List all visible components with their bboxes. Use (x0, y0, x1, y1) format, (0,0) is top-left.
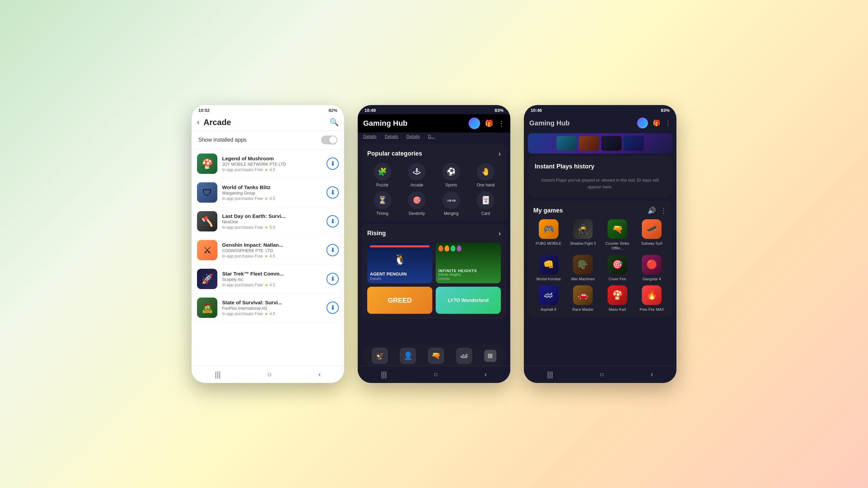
nav2-back-icon[interactable]: ‹ (485, 370, 487, 379)
arcade-header: ‹ Arcade 🔍 (192, 114, 344, 131)
category-card[interactable]: 🃏 Card (471, 191, 501, 216)
sports-label: Sports (445, 183, 457, 187)
nav3-menu-icon[interactable]: ||| (547, 370, 553, 379)
show-installed-toggle[interactable] (321, 136, 337, 144)
game-counter-strike[interactable]: 🔫 Counter Strike Offlin... (602, 219, 633, 251)
category-dexterity[interactable]: 🎯 Dexterity (402, 191, 432, 216)
penguin-emoji: 🐧 (370, 253, 430, 265)
nav-home-icon[interactable]: ○ (267, 370, 272, 379)
details-link-4[interactable]: D... (428, 134, 435, 139)
nav2-home-icon[interactable]: ○ (433, 370, 438, 379)
game-asphalt[interactable]: 🏎 Asphalt 8 (533, 285, 564, 312)
game-subway-surf[interactable]: 🛹 Subway Surf (637, 219, 667, 251)
dock-item-3[interactable]: 🔫 (428, 348, 444, 364)
dock-item-2[interactable]: 👤 (400, 348, 416, 364)
download-btn-genshin[interactable]: ⬇ (327, 244, 339, 256)
screen3-avatar[interactable]: 🌐 (637, 118, 648, 128)
game-pubg-mobile[interactable]: 🎮 PUBG MOBILE (533, 219, 564, 251)
app-item-lastday[interactable]: 🪓 Last Day on Earth: Survi... NiceOne In… (192, 207, 344, 236)
details-link-1[interactable]: Details (363, 134, 377, 139)
dock-item-4[interactable]: 🏎 (456, 348, 472, 364)
game-icon-gangstar: 🔴 (642, 255, 662, 274)
nav2-menu-icon[interactable]: ||| (381, 370, 387, 379)
puzzle-label: Puzzle (376, 183, 389, 187)
details-link-3[interactable]: Details (407, 134, 420, 139)
category-timing[interactable]: ⏳ Timing (367, 191, 398, 216)
game-gangstar[interactable]: 🔴 Gangstar 4 (637, 255, 667, 281)
app-dev-survival: FunPlus International AG (222, 306, 327, 311)
app-icon-survival: 🧟 (197, 298, 217, 318)
nav-menu-icon[interactable]: ||| (215, 370, 221, 379)
app-meta-tanks: In-app purchases Free ★ 4.5 (222, 196, 327, 201)
my-games-section: My games 🔊 ⋮ 🎮 PUBG MOBILE 🥷 Shadow Figh… (528, 201, 672, 317)
app-item-startrek[interactable]: 🚀 Star Trek™ Fleet Comm... Scopely Inc I… (192, 265, 344, 293)
screen3-gift-icon[interactable]: 🎁 (653, 119, 660, 127)
game-war-machines[interactable]: 🪖 War Machines (568, 255, 598, 281)
game-race-master[interactable]: 🚗 Race Master (568, 285, 598, 312)
app-item-genshin[interactable]: ⚔ Genshin Impact: Natlan... COGNOSPHERE … (192, 236, 344, 265)
categories-arrow[interactable]: › (498, 150, 501, 158)
gift-icon[interactable]: 🎁 (485, 119, 493, 127)
app-item-tanks[interactable]: 🛡 World of Tanks Blitz Wargaming Group I… (192, 178, 344, 207)
user-avatar[interactable]: 🌐 (469, 118, 480, 129)
nav3-home-icon[interactable]: ○ (599, 370, 604, 379)
volume-icon[interactable]: 🔊 (648, 206, 656, 215)
game-mario-kart[interactable]: 🍄 Mario Kart (602, 285, 633, 312)
back-button[interactable]: ‹ (197, 118, 199, 127)
more-game-greed[interactable]: GREED (367, 287, 432, 314)
rising-title: Rising (367, 230, 386, 237)
rising-header: Rising › (367, 229, 501, 237)
search-button[interactable]: 🔍 (330, 118, 339, 127)
rising-game-agent-penguin[interactable]: 🐧 AGENT PENGUIN Details (367, 243, 432, 283)
infinite-heights-visual: INFINITE HeIGHts Infinite Heights Detail… (436, 243, 501, 283)
categories-title: Popular categories (367, 150, 422, 157)
more-icon[interactable]: ⋮ (498, 119, 505, 127)
game-mortal-kombat[interactable]: 👊 Mortal Kombat (533, 255, 564, 281)
app-item-mushroom[interactable]: 🍄 Legend of Mushroom JOY MOBILE NETWORK … (192, 149, 344, 178)
nav-back-icon[interactable]: ‹ (318, 370, 321, 379)
game-free-fire-max[interactable]: 🔥 Free Fire MAX (637, 285, 667, 312)
screen1-battery: 82% (329, 108, 337, 113)
app-item-survival[interactable]: 🧟 State of Survival: Survi... FunPlus In… (192, 293, 344, 322)
game-icon-shadow: 🥷 (573, 219, 593, 239)
agent-penguin-details[interactable]: Details (370, 277, 430, 281)
download-btn-tanks[interactable]: ⬇ (327, 186, 339, 199)
nav3-back-icon[interactable]: ‹ (651, 370, 653, 379)
infinite-heights-details[interactable]: Details (438, 277, 498, 281)
app-name-lastday: Last Day on Earth: Survi... (222, 213, 327, 219)
game-icon-war: 🪖 (573, 255, 593, 274)
category-puzzle[interactable]: 🧩 Puzzle (367, 163, 398, 187)
game-name-subway: Subway Surf (641, 241, 662, 246)
category-sports[interactable]: ⚽ Sports (436, 163, 467, 187)
more-game-lyto[interactable]: LYTO Wonderland (436, 287, 501, 314)
app-dev-genshin: COGNOSPHERE PTE. LTD. (222, 248, 327, 253)
category-merging[interactable]: ⇒⇒ Merging (436, 191, 467, 216)
screen3-header-icons: 🌐 🎁 ⋮ (637, 118, 671, 128)
game-cover-fire[interactable]: 🎯 Cover Fire (602, 255, 633, 281)
download-btn-startrek[interactable]: ⬇ (327, 273, 339, 285)
category-arcade[interactable]: 🕹 Arcade (402, 163, 432, 187)
dock-item-1[interactable]: 🦅 (372, 348, 388, 364)
games-more-icon[interactable]: ⋮ (660, 206, 667, 215)
category-onehand[interactable]: 🤚 One hand (471, 163, 501, 187)
rising-arrow[interactable]: › (498, 229, 501, 237)
balloon-1 (438, 245, 443, 251)
details-link-2[interactable]: Details (385, 134, 398, 139)
game-icon-csgo: 🔫 (608, 219, 627, 239)
balloon-4 (457, 245, 461, 251)
game-name-freefire: Free Fire MAX (639, 307, 664, 312)
download-btn-mushroom[interactable]: ⬇ (327, 158, 339, 170)
card-icon: 🃏 (477, 191, 494, 209)
download-btn-survival[interactable]: ⬇ (327, 302, 339, 314)
rising-game-infinite-heights[interactable]: INFINITE HeIGHts Infinite Heights Detail… (436, 243, 501, 283)
gaming-hub-icons: 🌐 🎁 ⋮ (469, 118, 505, 129)
screen3-more-icon[interactable]: ⋮ (665, 119, 671, 127)
app-name-tanks: World of Tanks Blitz (222, 184, 327, 190)
balloon-3 (451, 245, 455, 251)
app-dev-mushroom: JOY MOBILE NETWORK PTE LTD (222, 162, 327, 167)
game-name-pubg: PUBG MOBILE (536, 241, 561, 246)
dock-grid-button[interactable]: ⊞ (484, 350, 496, 362)
game-shadow-fight[interactable]: 🥷 Shadow Fight 3 (568, 219, 598, 251)
download-btn-lastday[interactable]: ⬇ (327, 215, 339, 227)
screen1-nav-bar: ||| ○ ‹ (192, 366, 344, 383)
